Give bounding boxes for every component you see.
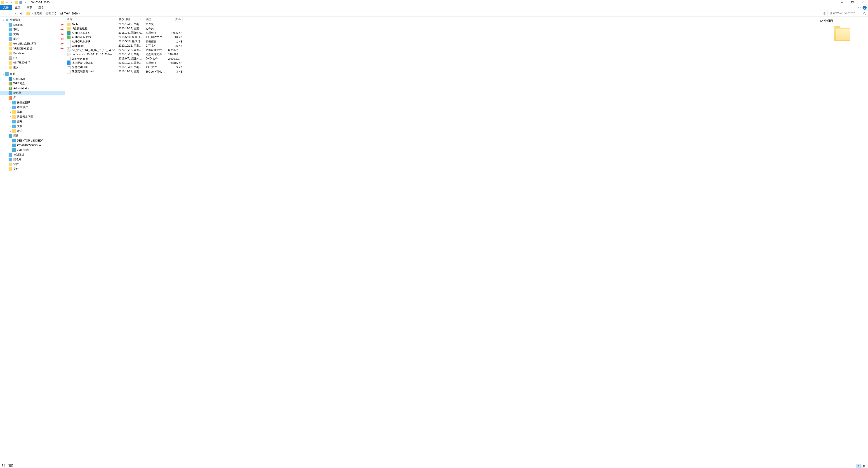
tree-item[interactable]: ›ZMT2019 [0, 148, 65, 152]
file-date: 2020/10/12, 星期一 1... [119, 61, 146, 65]
svg-point-5 [864, 12, 865, 14]
tree-quick-access[interactable]: ⌄ 快速访问 [0, 18, 65, 22]
tree-item[interactable]: ›视频 [0, 110, 65, 115]
tree-item[interactable]: ›本机照片 [0, 105, 65, 110]
chevron-right-icon[interactable]: › [31, 12, 33, 15]
tree-item[interactable]: ›YUNQISHI2019📌 [0, 46, 65, 51]
tree-item[interactable]: ›G:\ [0, 56, 65, 60]
tree-item-icon [12, 125, 16, 128]
search-icon[interactable] [863, 12, 866, 15]
file-size: 10 KB [168, 36, 184, 39]
file-name: Win7x64.gho [72, 57, 119, 60]
tree-item-icon [5, 72, 8, 76]
column-type[interactable]: 类型 [144, 17, 167, 22]
tree-item[interactable]: ›图片 [0, 119, 65, 124]
tree-item[interactable]: ⌄桌面 [0, 72, 65, 76]
file-row[interactable]: U盘安装教程2020/12/25, 星期五 1...文件夹 [65, 27, 816, 31]
tab-share[interactable]: 共享 [24, 5, 35, 10]
tree-item[interactable]: ›保存的图片 [0, 100, 65, 105]
breadcrumb-item[interactable]: Win7x64_2020 [59, 12, 78, 15]
tree-item-label: 文件 [13, 167, 19, 171]
file-row[interactable]: pe_yqs_1064_20_07_31_16_04.iso2020/10/12… [65, 48, 816, 52]
file-row[interactable]: Win7x64.gho2019/9/7, 星期六 19:...GHO 文件2,9… [65, 57, 816, 61]
file-size: 652,072 KB [168, 49, 184, 52]
address-bar[interactable]: › 此电脑 › 文档 (E:) › Win7x64_2020 › ⌄ [25, 11, 828, 16]
tab-file[interactable]: 文件 [0, 5, 12, 10]
file-date: 2015/5/10, 星期日 02... [119, 39, 146, 43]
tree-item[interactable]: ⌄网络 [0, 133, 65, 138]
window-title: Win7x64_2020 [30, 1, 50, 4]
tree-item[interactable]: ›win7重装win7 [0, 60, 65, 65]
tree-item[interactable]: ›WPS网盘 [0, 81, 65, 86]
qat-dropdown-icon[interactable]: ▾ [24, 1, 27, 4]
refresh-button[interactable] [822, 11, 827, 16]
tree-item-label: Desktop [13, 23, 23, 27]
chevron-right-icon[interactable]: › [78, 12, 81, 15]
ribbon-expand-icon[interactable] [857, 5, 862, 10]
minimize-button[interactable] [837, 0, 847, 5]
tree-item[interactable]: ›excel表格制作求和📌 [0, 41, 65, 46]
file-row[interactable]: Tools2020/12/25, 星期五 1...文件夹 [65, 22, 816, 27]
tree-item[interactable]: ⌄库 [0, 95, 65, 100]
tree-item[interactable]: ›文档📌 [0, 32, 65, 37]
file-list[interactable]: 名称⌃ 修改日期 类型 大小 Tools2020/12/25, 星期五 1...… [65, 17, 816, 463]
column-size[interactable]: 大小 [167, 17, 183, 22]
tree-item-icon [8, 37, 12, 41]
help-button[interactable]: ? [863, 6, 867, 10]
tree-item[interactable]: ›软件 [0, 162, 65, 167]
view-icons-button[interactable]: ▦ [861, 464, 866, 468]
tree-item[interactable]: ›文档 [0, 124, 65, 129]
chevron-right-icon[interactable]: › [57, 12, 59, 15]
tree-item[interactable]: ›天翼云盘下载 [0, 115, 65, 119]
breadcrumb-item[interactable]: 此电脑 [33, 11, 42, 15]
tree-item[interactable]: ›PC-20190530OBLA [0, 143, 65, 148]
tree-item[interactable]: ›Bandicam [0, 51, 65, 56]
tab-view[interactable]: 查看 [35, 5, 47, 10]
file-row[interactable]: AUTORUN.EXE2016/1/8, 星期五 04:...应用程序1,926… [65, 31, 816, 35]
back-button[interactable] [1, 11, 6, 16]
tree-item[interactable]: ›回收站 [0, 157, 65, 162]
view-details-button[interactable]: ☰ [856, 464, 861, 468]
tree-item[interactable]: ›文件 [0, 167, 65, 171]
maximize-button[interactable] [847, 0, 858, 5]
tree-item[interactable]: ›图片📌 [0, 37, 65, 41]
tree-item[interactable]: ›控制面板 [0, 152, 65, 157]
up-button[interactable] [19, 11, 24, 16]
tree-item[interactable]: ›音乐 [0, 129, 65, 133]
recent-dropdown-icon[interactable]: ▾ [13, 11, 18, 16]
search-box[interactable]: 搜索"Win7x64_2020" [829, 11, 867, 16]
tree-item[interactable]: ›DESKTOP-LSSOEDP [0, 138, 65, 143]
qat-folder-icon[interactable] [14, 1, 18, 4]
file-row[interactable]: 硬盘安装教程.html2016/11/21, 星期一 2...360 se HT… [65, 69, 816, 74]
column-headers: 名称⌃ 修改日期 类型 大小 [65, 17, 816, 22]
chevron-right-icon[interactable]: › [42, 12, 45, 15]
pin-icon: 📌 [60, 23, 64, 27]
forward-button[interactable] [7, 11, 12, 16]
column-name[interactable]: 名称⌃ [65, 17, 117, 22]
tree-item-label: 文档 [13, 32, 19, 36]
tree-item[interactable]: ›此电脑 [0, 91, 65, 95]
file-row[interactable]: 本地硬盘安装.exe2020/10/12, 星期一 1...应用程序28,315… [65, 61, 816, 65]
tree-item[interactable]: ›OneDrive [0, 76, 65, 81]
tree-item[interactable]: ›Administrator [0, 86, 65, 91]
tree-item[interactable]: ›Desktop📌 [0, 22, 65, 27]
file-row[interactable]: AUTORUN.ICO2015/5/10, 星期日 02...ICO 图片文件1… [65, 35, 816, 39]
file-row[interactable]: Config.dat2020/10/12, 星期一 1...DAT 文件36 K… [65, 44, 816, 48]
file-date: 2020/10/12, 星期一 1... [119, 53, 146, 56]
column-date[interactable]: 修改日期 [117, 17, 144, 22]
qat-check-icon[interactable]: ✔ [5, 1, 9, 4]
tree-item[interactable]: ›图片 [0, 65, 65, 70]
close-button[interactable] [858, 0, 868, 5]
file-row[interactable]: AUTORUN.INF2015/5/10, 星期日 02...安装信息1 KB [65, 39, 816, 44]
qat-close-icon[interactable]: ✕ [10, 1, 13, 4]
pin-icon: 📌 [60, 41, 64, 46]
tree-item[interactable]: ›下载📌 [0, 27, 65, 32]
qat-app-icon[interactable] [19, 1, 23, 4]
file-row[interactable]: pe_yqs_xp_20_07_31_15_53.iso2020/10/12, … [65, 52, 816, 57]
file-row[interactable]: 光盘说明.TXT2016/10/23, 星期日 0...TXT 文件5 KB [65, 65, 816, 69]
tab-home[interactable]: 主页 [12, 5, 24, 10]
navigation-tree[interactable]: ⌄ 快速访问 ›Desktop📌›下载📌›文档📌›图片📌›excel表格制作求和… [0, 17, 65, 463]
breadcrumb-item[interactable]: 文档 (E:) [45, 11, 57, 15]
address-dropdown-icon[interactable]: ⌄ [817, 11, 822, 16]
tree-item-icon [8, 153, 12, 157]
